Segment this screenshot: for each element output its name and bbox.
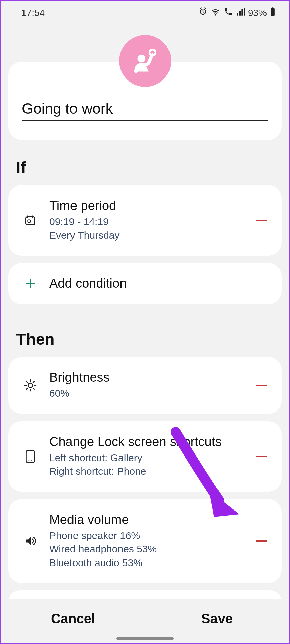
remove-action-button[interactable] [255, 379, 268, 392]
svg-point-19 [31, 460, 32, 461]
battery-percent: 93% [248, 8, 267, 18]
routine-avatar[interactable] [119, 35, 171, 87]
volume-icon [22, 535, 39, 547]
svg-point-3 [150, 49, 156, 55]
nav-handle[interactable] [116, 637, 174, 640]
add-condition-button[interactable]: Add condition [8, 263, 282, 304]
tablet-icon [22, 449, 39, 464]
condition-title: Time period [49, 199, 244, 213]
calendar-icon [22, 214, 39, 226]
minus-icon [255, 379, 268, 392]
svg-line-12 [26, 381, 27, 382]
action-title: Change Lock screen shortcuts [49, 435, 244, 449]
remove-action-button[interactable] [255, 534, 268, 548]
svg-rect-0 [271, 8, 275, 16]
cancel-button[interactable]: Cancel [1, 611, 145, 626]
alarm-icon [198, 7, 208, 19]
action-sub3: Bluetooth audio 53% [49, 556, 244, 570]
wifi-icon [210, 7, 221, 19]
svg-line-15 [33, 381, 34, 382]
call-icon [223, 7, 233, 19]
condition-time-period[interactable]: Time period 09:19 - 14:19 Every Thursday [8, 185, 282, 256]
action-brightness[interactable]: Brightness 60% [8, 357, 282, 414]
action-sub2: Right shortcut: Phone [49, 465, 244, 478]
status-time: 17:54 [21, 8, 45, 18]
action-sub1: 60% [49, 387, 244, 400]
minus-icon [255, 214, 268, 227]
action-title: Media volume [49, 513, 244, 527]
svg-point-2 [138, 55, 145, 62]
commuter-icon [130, 46, 160, 76]
save-button[interactable]: Save [145, 611, 289, 626]
action-sub1: Phone speaker 16% [49, 529, 244, 543]
condition-sub2: Every Thursday [49, 229, 244, 243]
status-right: 93% [198, 7, 276, 19]
action-media-volume[interactable]: Media volume Phone speaker 16% Wired hea… [8, 499, 282, 583]
svg-point-7 [28, 383, 32, 387]
svg-rect-1 [272, 7, 274, 9]
remove-action-button[interactable] [255, 450, 268, 463]
if-header: If [1, 140, 289, 185]
action-lock-screen-shortcuts[interactable]: Change Lock screen shortcuts Left shortc… [8, 421, 282, 492]
status-bar: 17:54 93% [1, 1, 289, 25]
battery-icon [270, 7, 276, 19]
then-header: Then [1, 312, 289, 357]
brightness-icon [22, 379, 39, 392]
svg-point-18 [28, 460, 29, 461]
plus-icon [22, 278, 39, 290]
action-sub1: Left shortcut: Gallery [49, 451, 244, 465]
condition-sub1: 09:19 - 14:19 [49, 215, 244, 229]
svg-line-14 [26, 388, 27, 389]
svg-line-13 [33, 388, 34, 389]
routine-name-input[interactable] [22, 100, 268, 121]
svg-rect-5 [28, 220, 31, 223]
signal-icon [236, 7, 245, 19]
remove-condition-button[interactable] [255, 214, 268, 227]
bottom-bar: Cancel Save [1, 599, 289, 643]
minus-icon [255, 534, 268, 548]
svg-rect-17 [26, 450, 34, 462]
minus-icon [255, 450, 268, 463]
action-sub2: Wired headphones 53% [49, 542, 244, 556]
action-title: Brightness [49, 370, 244, 385]
add-condition-label: Add condition [49, 276, 127, 291]
